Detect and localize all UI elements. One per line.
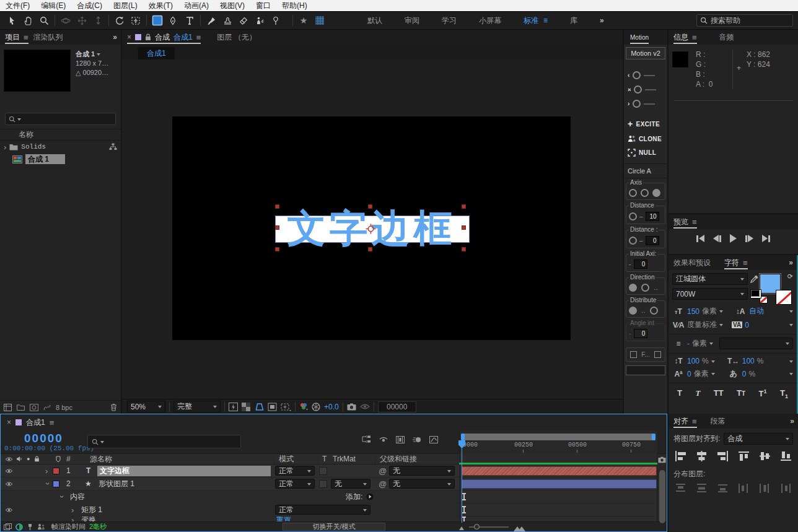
rect-blend-mode-dropdown[interactable]: 正常 [275,505,370,515]
frame-blending-icon[interactable] [396,436,405,443]
vertical-scale-value[interactable]: 100 [687,357,699,365]
expander-icon[interactable]: › [45,464,48,477]
stroke-width-caret-icon[interactable] [709,342,713,347]
new-folder-icon[interactable] [17,404,25,411]
eyedropper-icon[interactable] [750,275,758,283]
eye-icon[interactable] [5,481,13,487]
font-style-dropdown[interactable]: 700W [672,288,748,300]
panel-menu-icon[interactable]: ≡ [196,33,201,42]
tab-project[interactable]: 项目≡ [5,30,28,45]
expander-icon[interactable]: › [4,142,6,152]
align-to-dropdown[interactable]: 合成 [724,433,793,445]
toggle-transfer-controls-pane-icon[interactable] [15,523,23,531]
trkmat-column-header[interactable]: TrkMat [333,454,356,464]
toggle-switches-modes-button[interactable]: 切换开关/模式 [283,523,385,531]
layer-row-text[interactable]: › 1 T 文字边框 正常 @ 无 [1,464,667,477]
align-bottom-button[interactable] [780,451,792,461]
toggle-inout-pane-icon[interactable] [27,523,33,531]
all-caps-button[interactable]: TT [714,388,724,399]
show-snapshot-icon[interactable] [360,403,370,410]
camera-icon[interactable] [658,456,666,463]
tab-overflow-icon[interactable]: » [789,258,792,267]
tab-layer[interactable]: 图层 （无） [217,30,256,45]
workspace-menu-icon[interactable]: ≡ [543,16,548,25]
brush-panel-star-icon[interactable]: ★ [296,13,312,28]
preserve-transparency-header[interactable]: T [322,455,327,463]
eraser-tool-icon[interactable] [235,13,252,28]
trash-icon[interactable] [110,403,117,411]
parent-link-column-header[interactable]: 父级和链接 [380,454,417,464]
eye-icon[interactable] [5,468,13,474]
mask-visibility-icon[interactable] [254,403,264,411]
previous-frame-button[interactable] [713,235,721,242]
tracking-caret-icon[interactable] [789,324,793,328]
tsume-value[interactable]: 0 [742,370,747,378]
layer-duration-bar[interactable] [462,466,657,476]
swap-fill-stroke-icon[interactable]: ⟳ [787,273,793,281]
stroke-style-dropdown[interactable] [719,338,793,349]
selection-handle[interactable] [462,204,466,209]
pan-behind-tool-icon[interactable] [128,13,144,28]
font-family-dropdown[interactable]: 江城圆体 [672,273,748,285]
tab-effects-presets[interactable]: 效果和预设 [673,255,711,270]
excite-button[interactable]: +EXCITE [624,116,667,132]
eye-icon[interactable] [5,456,13,462]
label-color-swatch[interactable] [53,481,59,487]
close-icon[interactable]: × [127,33,131,41]
parent-dropdown[interactable]: 无 [389,466,455,476]
current-time-display[interactable]: 00000 [24,432,63,445]
lock-icon[interactable] [145,33,151,41]
timeline-search-input[interactable] [106,437,237,447]
selection-handle[interactable] [275,204,279,209]
timeline-tab-comp1[interactable]: 合成1 [26,417,45,428]
null-button[interactable]: NULL [624,146,667,160]
zoom-slider-knob[interactable] [474,524,480,530]
new-composition-icon[interactable] [30,404,38,411]
shy-layers-icon[interactable] [379,436,388,443]
distribute-radio-a[interactable] [629,307,637,315]
next-frame-button[interactable] [745,235,753,242]
solo-icon[interactable]: ● [27,456,30,462]
resolution-dropdown[interactable]: 完整 [173,401,221,412]
expander-icon[interactable]: › [71,504,74,516]
toggle-render-time-pane-icon[interactable] [37,523,45,530]
label-color-swatch[interactable] [53,468,59,474]
superscript-button[interactable]: T1 [759,388,767,399]
menu-composition[interactable]: 合成(C) [71,0,108,12]
mini-flowchart-icon[interactable] [362,435,371,443]
magnification-dropdown[interactable]: 50% [127,401,165,412]
project-item-solids-folder[interactable]: › Solids [0,141,121,153]
anchor-left-knob[interactable] [633,71,641,79]
vertical-scale-caret-icon[interactable] [711,360,715,365]
tab-composition[interactable]: × 合成 合成1 ≡ [127,30,201,45]
subscript-button[interactable]: T1 [780,388,788,399]
blend-mode-dropdown[interactable]: 正常 [275,466,315,476]
timeline-search-box[interactable] [87,435,241,448]
fast-previews-icon[interactable] [229,403,238,411]
axis-y-radio[interactable] [641,189,649,197]
workspace-overflow-icon[interactable]: » [600,16,603,25]
toggle-layer-switches-pane-icon[interactable] [4,523,12,530]
font-size-value[interactable]: 150 [687,307,699,316]
direction-radio-b[interactable] [641,284,649,292]
anchor-center-knob[interactable] [634,85,642,94]
align-horizontal-center-button[interactable] [696,451,708,461]
contents-label[interactable]: 内容 [70,491,85,503]
anchor-center-icon[interactable]: ›‹ [628,86,631,93]
anchor-point-icon[interactable] [366,224,376,234]
menu-view[interactable]: 视图(V) [214,0,250,12]
rectangle-label[interactable]: 矩形 1 [81,504,102,516]
faux-bold-button[interactable]: T [677,388,682,399]
menu-file[interactable]: 文件(F) [0,0,35,12]
trkmat-dropdown[interactable]: 无 [331,479,370,489]
snapshot-icon[interactable] [347,403,356,411]
tab-render-queue[interactable]: 渲染队列 [33,30,63,45]
anchor-left-icon[interactable]: ‹ [628,72,629,79]
brush-tool-icon[interactable] [203,13,219,28]
angle-value[interactable]: 0 [634,329,647,338]
layer-name[interactable]: 文字边框 [97,466,271,476]
mode-column-header[interactable]: 模式 [279,454,294,464]
fix-checkbox-left[interactable] [630,351,637,358]
distribute-right-button[interactable] [780,483,792,494]
kerning-caret-icon[interactable] [719,324,723,328]
